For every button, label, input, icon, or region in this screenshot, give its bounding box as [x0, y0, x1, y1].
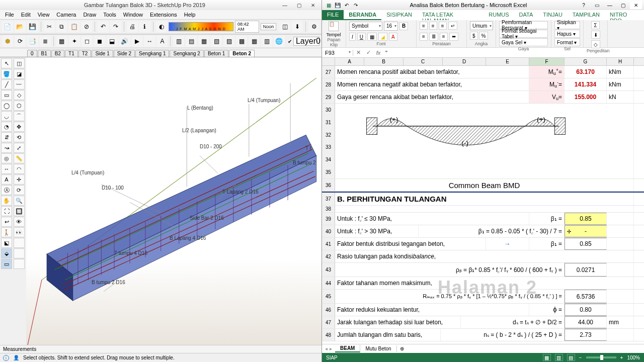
cell[interactable]: Vu = [529, 91, 565, 103]
unhide-icon[interactable]: ◼ [94, 36, 105, 47]
cell[interactable]: nₛ = ( b - 2 * dₛ ) / ( 25 + D ) = [441, 329, 565, 341]
cell[interactable]: 6.5736 [565, 290, 607, 303]
cell[interactable]: β₁ = [529, 238, 565, 250]
axes-icon[interactable]: ✛ [14, 174, 25, 185]
insert-button[interactable]: Sisipkan ▾ [554, 21, 580, 29]
followme-icon[interactable]: ↝ [1, 143, 12, 153]
menu-window[interactable]: Window [120, 11, 146, 18]
geolocation-icon[interactable]: 👤 [13, 355, 19, 360]
scene-tab[interactable]: Sengkang 2 [170, 50, 203, 57]
menu-draw[interactable]: Draw [80, 11, 99, 18]
tab-data[interactable]: DATA [514, 10, 538, 20]
position-cam-icon[interactable]: 👁 [14, 217, 25, 227]
section-plane-icon[interactable]: ⬕ [1, 238, 12, 248]
formula-input[interactable]: " [383, 50, 644, 56]
scene-tab[interactable]: T2 [78, 50, 92, 57]
save-icon[interactable]: 💾 [27, 21, 38, 32]
row-header[interactable]: 47 [322, 316, 335, 328]
cell[interactable]: ρᵦ = β₁* 0.85 * f꜀'/ fᵧ * 600 / ( 600 + … [335, 263, 565, 277]
cell[interactable]: Gaya geser rencana akibat beban terfakto… [335, 91, 529, 103]
row-header[interactable]: 36 [322, 179, 335, 191]
text-icon[interactable]: A [156, 36, 168, 47]
number-format[interactable]: Umum [470, 21, 493, 30]
underline-button[interactable]: U [357, 33, 366, 41]
cell[interactable] [607, 329, 634, 341]
cell-active[interactable]: ✢- [565, 225, 607, 237]
model-info-icon[interactable]: ℹ [139, 21, 150, 32]
copy-icon[interactable]: ⧉ [56, 21, 67, 32]
normal-view-icon[interactable]: ▦ [543, 354, 551, 361]
col-header-selected[interactable]: F [529, 58, 565, 65]
name-box[interactable]: F93 [322, 50, 353, 56]
cell-styles-button[interactable]: Gaya Sel ▾ [499, 38, 548, 46]
cell[interactable]: Mu- = [529, 78, 565, 90]
pagebreak-view-icon[interactable]: ▤ [567, 354, 575, 361]
minimize-button[interactable]: — [604, 1, 616, 9]
scene-tab[interactable]: B2 [51, 50, 64, 57]
font-select[interactable]: Symbol [349, 22, 382, 31]
cancel-icon[interactable]: ✕ [353, 49, 363, 56]
undo-icon[interactable]: ↶ [98, 21, 109, 32]
polygon-icon[interactable]: ⬡ [14, 101, 25, 111]
cut-icon[interactable]: ✂ [44, 21, 55, 32]
wrap-button[interactable]: ↵ [448, 22, 457, 30]
look-icon[interactable]: 👀 [14, 227, 25, 237]
component-icon[interactable]: ◫ [279, 21, 290, 32]
hide-icon[interactable]: ◻ [82, 36, 93, 47]
cell[interactable]: 0.85 [565, 213, 607, 225]
outliner-icon[interactable]: 📑 [27, 36, 38, 47]
menu-extensions[interactable]: Extensions [147, 11, 180, 18]
line-icon[interactable]: ╱ [1, 79, 12, 89]
cell[interactable]: ϕ = [529, 304, 565, 316]
align-right-button[interactable]: ≡ [440, 33, 448, 41]
sheet-tab[interactable]: Mutu Beton [360, 345, 396, 352]
col-header[interactable]: E [486, 58, 529, 65]
add-sheet-button[interactable]: ⊕ [397, 346, 407, 351]
text-tool-icon[interactable]: A [1, 174, 12, 185]
move-icon[interactable]: ✥ [14, 122, 25, 132]
tab-rumus[interactable]: RUMUS [484, 10, 514, 20]
scene-tab[interactable]: 0 [27, 50, 37, 57]
warehouse-icon[interactable]: ⬇ [292, 21, 303, 32]
pie-icon[interactable]: ◔ [1, 122, 12, 132]
scene-tab[interactable]: Beton 1 [204, 50, 228, 57]
cell[interactable]: β₁ = 0.85 - 0.05 * ( f꜀' - 30) / 7 = [419, 225, 565, 237]
scene-tab-active[interactable]: Beton 2 [229, 50, 255, 57]
help-icon[interactable]: ? [578, 1, 590, 9]
tab-file[interactable]: FILE [322, 10, 344, 20]
fill-button[interactable]: ⬇ [591, 31, 600, 39]
menu-camera[interactable]: Camera [53, 11, 79, 18]
view6-icon[interactable]: ▩ [236, 36, 247, 47]
scene-tab[interactable]: Side 2 [114, 50, 135, 57]
tape-icon[interactable]: 📏 [14, 153, 25, 163]
section-header[interactable]: B. PERHITUNGAN TULANGAN [335, 193, 634, 205]
viewport[interactable]: L/4 (Tumpuan) L (Bentang) L/2 (Lapangan)… [26, 57, 321, 345]
prev-icon[interactable]: ↩ [1, 217, 12, 227]
bold-button[interactable]: B [399, 22, 408, 30]
row-header[interactable]: 45 [322, 290, 335, 303]
pan-icon[interactable]: ✋ [1, 196, 12, 206]
maximize-button[interactable]: ▢ [617, 1, 629, 9]
zoomwin-icon[interactable]: 🔲 [14, 206, 25, 216]
cell[interactable]: Common Beam BMD [335, 179, 634, 191]
col-header[interactable]: B [364, 58, 404, 65]
cell[interactable]: 2.73 [565, 329, 607, 341]
menu-edit[interactable]: Edit [18, 11, 34, 18]
cell[interactable]: 141.334 [565, 78, 607, 90]
animation-icon[interactable]: ▶ [132, 36, 143, 47]
lasso-icon[interactable]: ◫ [14, 58, 25, 68]
protractor-icon[interactable]: ◠ [14, 164, 25, 174]
spreadsheet-grid[interactable]: A B C D E F G H 27 Momen rencana positif… [322, 58, 644, 344]
col-header[interactable]: A [335, 58, 364, 65]
minimize-button[interactable]: — [279, 2, 290, 9]
offset-icon[interactable]: ◎ [1, 153, 12, 163]
cell[interactable]: dₛ = tₛ + ∅ + D/2 = [461, 316, 565, 328]
italic-button[interactable]: I [349, 33, 356, 41]
sheet-nav-first-icon[interactable]: ◂ [325, 346, 328, 351]
cell[interactable]: Jumlah tulangan dlm satu baris, [335, 329, 441, 341]
cell[interactable]: Mu+ = [529, 66, 565, 78]
pushpull-icon[interactable]: ⇵ [1, 132, 12, 142]
cell[interactable]: 44.00 [565, 316, 607, 328]
font-color-button[interactable]: A [389, 33, 397, 41]
cell[interactable]: Momen rencana positif akibat beban terfa… [335, 66, 529, 78]
